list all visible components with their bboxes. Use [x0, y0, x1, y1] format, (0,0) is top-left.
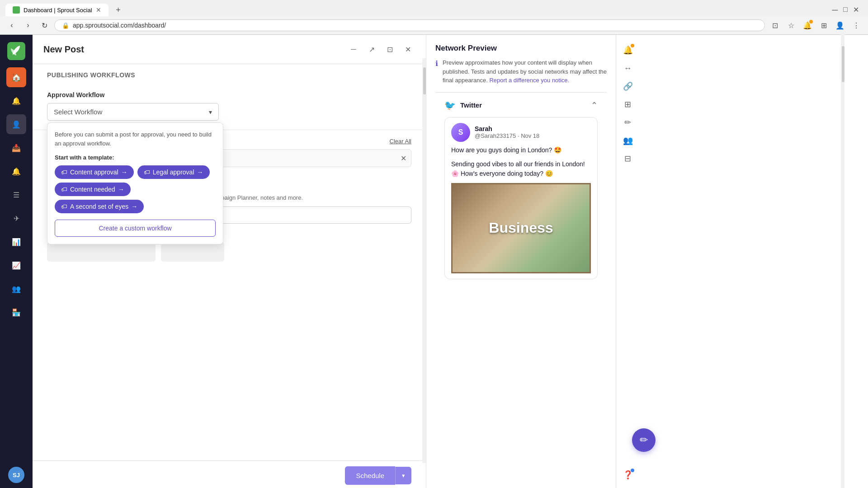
template-icon: 🏷: [144, 169, 150, 176]
template-section-label: Start with a template:: [55, 154, 216, 161]
tweet-user-info: Sarah @Sarah233175 · Nov 18: [475, 125, 591, 139]
extension-badge-icon[interactable]: 🔔: [801, 19, 814, 32]
template-icon: 🏷: [61, 203, 67, 210]
tweet-handle: @Sarah233175 · Nov 18: [475, 132, 591, 139]
preview-info: ℹ Preview approximates how your content …: [435, 58, 607, 85]
extensions-icon[interactable]: ⊞: [817, 19, 830, 32]
sidebar-user-plus-icon[interactable]: 👥: [620, 132, 636, 149]
template-icon: 🏷: [61, 169, 67, 176]
schedule-dropdown-button[interactable]: ▾: [395, 467, 411, 484]
arrow-icon: →: [197, 169, 203, 176]
legal-approval-label: Legal approval: [153, 169, 194, 176]
tweet-text-1: How are you guys doing in London? 🤩: [451, 145, 591, 155]
browser-nav-icons: ⊡ ☆ 🔔 ⊞ 👤 ⋮: [769, 19, 863, 32]
panel-title: New Post: [43, 44, 84, 55]
report-difference-link[interactable]: Report a difference you notice.: [489, 77, 569, 84]
workflow-dropdown-popup: Before you can submit a post for approva…: [47, 122, 223, 244]
schedule-button[interactable]: Schedule: [345, 466, 395, 485]
close-window-btn[interactable]: ✕: [853, 5, 859, 15]
sidebar-compose-icon[interactable]: ✏: [620, 114, 636, 131]
app-layout: 🏠 🔔 👤 📥 🔔 ☰ ✈ 📊 📈 👥 🏪: [0, 35, 868, 488]
sidebar-grid-icon[interactable]: ⊞: [620, 96, 636, 113]
create-custom-workflow-button[interactable]: Create a custom workflow: [55, 220, 216, 237]
browser-tab[interactable]: Dashboard | Sprout Social ✕: [5, 4, 108, 16]
template-icon: 🏷: [61, 186, 67, 193]
clear-all-button[interactable]: Clear All: [390, 138, 411, 145]
sidebar-table-icon[interactable]: ⊟: [620, 150, 636, 167]
panel-actions: ─ ↗ ⊡ ✕: [346, 42, 415, 56]
tweet-text-2: Sending good vibes to all our friends in…: [451, 160, 591, 178]
help-badge: [631, 469, 634, 472]
tweet-header: S Sarah @Sarah233175 · Nov 18: [445, 117, 597, 142]
tweet-body: How are you guys doing in London? 🤩 Send…: [445, 142, 597, 279]
cast-icon[interactable]: ⊡: [769, 19, 781, 32]
sidebar-item-alerts[interactable]: 🔔: [6, 161, 26, 181]
sidebar-notifications-icon[interactable]: 🔔: [620, 42, 636, 58]
bookmark-icon[interactable]: ☆: [785, 19, 797, 32]
back-button[interactable]: ‹: [5, 19, 18, 32]
sidebar-help-icon[interactable]: ❓: [620, 467, 636, 483]
sidebar-item-team[interactable]: 👥: [6, 279, 26, 299]
url-text: app.sproutsocial.com/dashboard/: [73, 22, 757, 29]
sidebar-item-notifications[interactable]: 🔔: [6, 91, 26, 111]
tab-favicon: [13, 6, 20, 14]
approval-workflow-section: Approval Workflow Select Workflow ▾ Befo…: [33, 82, 426, 130]
menu-dots-icon[interactable]: ⋮: [850, 19, 863, 32]
forward-button[interactable]: ›: [22, 19, 34, 32]
user-avatar[interactable]: SJ: [8, 467, 24, 483]
refresh-button[interactable]: ↻: [38, 19, 51, 32]
placeholder-block-2: [161, 242, 224, 262]
tags-close-button[interactable]: ✕: [401, 154, 406, 163]
post-form-body: Publishing Workflows Approval Workflow S…: [33, 64, 426, 460]
right-panel: Network Preview ℹ Preview approximates h…: [426, 35, 616, 488]
tab-close-button[interactable]: ✕: [96, 6, 101, 14]
sidebar-item-publish[interactable]: ✈: [6, 208, 26, 228]
sidebar-connect-icon[interactable]: ↔: [620, 60, 636, 76]
sidebar-item-store[interactable]: 🏪: [6, 302, 26, 322]
sidebar-item-menu[interactable]: ☰: [6, 185, 26, 205]
publishing-workflows-title: Publishing Workflows: [47, 71, 135, 79]
new-tab-button[interactable]: +: [112, 4, 125, 16]
tweet-card: S Sarah @Sarah233175 · Nov 18 How: [444, 117, 598, 279]
close-panel-button[interactable]: ✕: [401, 42, 415, 56]
form-scroll-track: [422, 58, 426, 463]
second-set-eyes-template-btn[interactable]: 🏷 A second set of eyes →: [55, 200, 144, 213]
tweet-image: Business: [451, 183, 591, 273]
bottom-action-bar: Schedule ▾: [33, 460, 426, 488]
tweet-avatar: S: [451, 123, 470, 142]
placeholder-block-1: [47, 242, 156, 262]
sidebar-item-analytics[interactable]: 📊: [6, 232, 26, 252]
twitter-header: 🐦 Twitter ⌃: [444, 100, 598, 111]
maximize-window-btn[interactable]: □: [843, 5, 848, 15]
sidebar-item-reports[interactable]: 📈: [6, 255, 26, 275]
minimize-window-btn[interactable]: ─: [832, 5, 838, 15]
content-needed-label: Content needed: [70, 186, 115, 193]
sidebar-item-inbox[interactable]: 📥: [6, 138, 26, 158]
profile-icon[interactable]: 👤: [834, 19, 846, 32]
publishing-workflows-header: Publishing Workflows: [33, 64, 426, 82]
minimize-panel-button[interactable]: ─: [346, 42, 361, 56]
expand-panel-button[interactable]: ↗: [364, 42, 379, 56]
legal-approval-template-btn[interactable]: 🏷 Legal approval →: [137, 165, 210, 179]
browser-navbar: ‹ › ↻ 🔒 app.sproutsocial.com/dashboard/ …: [0, 16, 868, 35]
tab-title: Dashboard | Sprout Social: [24, 7, 92, 14]
sprout-logo[interactable]: [7, 42, 25, 60]
network-preview-title: Network Preview: [435, 44, 607, 53]
form-scroll-thumb: [423, 67, 426, 94]
arrow-icon: →: [121, 169, 127, 176]
content-approval-template-btn[interactable]: 🏷 Content approval →: [55, 165, 134, 179]
content-needed-template-btn[interactable]: 🏷 Content needed →: [55, 183, 131, 196]
address-bar[interactable]: 🔒 app.sproutsocial.com/dashboard/: [54, 19, 765, 31]
compose-fab-button[interactable]: ✏: [632, 428, 656, 452]
arrow-icon: →: [118, 186, 124, 193]
sidebar-item-profile[interactable]: 👤: [6, 114, 26, 134]
tweet-username: Sarah: [475, 125, 591, 132]
arrow-icon: →: [131, 203, 137, 210]
twitter-collapse-button[interactable]: ⌃: [591, 100, 598, 110]
content-approval-label: Content approval: [70, 169, 118, 176]
sidebar-item-feed[interactable]: 🏠: [6, 67, 26, 87]
template-buttons-container: 🏷 Content approval → 🏷 Legal approval → …: [55, 165, 216, 213]
sidebar-link-icon[interactable]: 🔗: [620, 78, 636, 94]
copy-panel-button[interactable]: ⊡: [382, 42, 397, 56]
select-workflow-dropdown[interactable]: Select Workflow ▾: [47, 103, 219, 121]
